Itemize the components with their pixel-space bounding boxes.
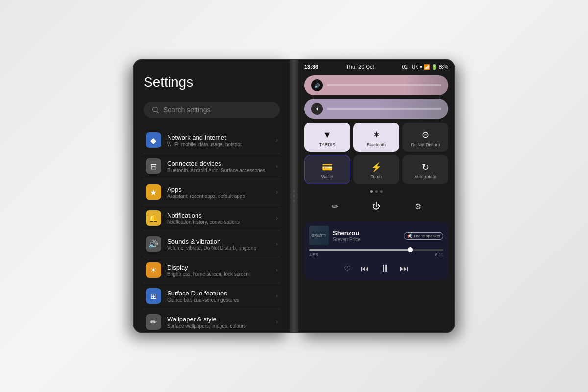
album-art: GRAVITY	[309, 226, 329, 245]
progress-bar[interactable]: 4:55 6:11	[304, 249, 448, 259]
network-chevron: ›	[276, 137, 278, 144]
volume-slider[interactable]: 🔊	[304, 75, 448, 95]
total-time: 6:11	[435, 252, 443, 257]
sounds-subtitle: Volume, vibrate, Do Not Disturb, rington…	[167, 245, 276, 251]
brightness-slider[interactable]: ✦	[304, 99, 448, 119]
tile-wallet[interactable]: 💳 Wallet	[304, 155, 350, 184]
settings-item-sounds[interactable]: 🔊 Sounds & vibration Volume, vibrate, Do…	[144, 231, 280, 257]
settings-screen: Settings Search settings ◆ Network and I…	[134, 60, 290, 332]
search-placeholder: Search settings	[163, 106, 211, 114]
autorotate-tile-label: Auto-rotate	[415, 174, 437, 179]
bottom-actions: ✏ ⏻ ⚙	[304, 195, 448, 218]
prev-button[interactable]: ⏮	[361, 264, 369, 274]
sounds-title: Sounds & vibration	[167, 238, 276, 245]
pause-button[interactable]: ⏸	[379, 262, 390, 275]
settings-item-notifications[interactable]: 🔔 Notifications Notification history, co…	[144, 205, 280, 231]
settings-title: Settings	[144, 74, 280, 90]
dual-phone: Settings Search settings ◆ Network and I…	[133, 59, 455, 333]
carrier-label: 02 · UK	[402, 64, 418, 70]
music-controls: ♡ ⏮ ⏸ ⏭	[304, 259, 448, 280]
music-artist: Steven Price	[333, 237, 400, 242]
settings-item-display[interactable]: ☀ Display Brightness, home screen, lock …	[144, 257, 280, 283]
dot-1	[370, 190, 373, 193]
settings-button[interactable]: ⚙	[409, 197, 427, 215]
wallpaper-subtitle: Surface wallpapers, images, colours	[167, 323, 276, 329]
dnd-tile-icon: ⊖	[422, 129, 429, 140]
volume-icon: 🔊	[311, 79, 323, 91]
hinge-dot	[293, 195, 295, 197]
status-right: 02 · UK ▾ 📶 🔋 88%	[402, 64, 448, 70]
tiles-grid: ▼ TARDIS ✶ Bluetooth ⊖ Do Not Disturb 💳 …	[304, 122, 448, 184]
status-bar: 13:36 Thu, 20 Oct 02 · UK ▾ 📶 🔋 88%	[298, 60, 454, 72]
autorotate-tile-icon: ↻	[422, 162, 429, 172]
music-title: Shenzou	[333, 229, 400, 237]
tile-torch[interactable]: ⚡ Torch	[353, 155, 399, 184]
settings-item-network[interactable]: ◆ Network and Internet Wi-Fi, mobile, da…	[144, 127, 280, 153]
music-info: Shenzou Steven Price	[333, 229, 400, 242]
album-label: GRAVITY	[312, 234, 326, 238]
connected-chevron: ›	[276, 163, 278, 170]
wallet-tile-label: Wallet	[321, 174, 334, 179]
music-header: GRAVITY Shenzou Steven Price 📢 Phone spe…	[304, 222, 448, 249]
heart-button[interactable]: ♡	[344, 264, 351, 273]
network-icon: ◆	[146, 132, 161, 148]
power-button[interactable]: ⏻	[368, 197, 385, 215]
scene: Settings Search settings ◆ Network and I…	[133, 59, 455, 333]
wallet-tile-icon: 💳	[322, 162, 333, 172]
display-icon: ☀	[146, 262, 161, 278]
tile-dnd[interactable]: ⊖ Do Not Disturb	[402, 122, 448, 152]
speaker-label: Phone speaker	[414, 234, 440, 238]
bluetooth-tile-icon: ✶	[373, 129, 380, 140]
progress-thumb	[408, 247, 413, 252]
tile-bluetooth[interactable]: ✶ Bluetooth	[353, 122, 399, 152]
notifications-chevron: ›	[276, 215, 278, 221]
wallpaper-chevron: ›	[276, 318, 278, 325]
time-row: 4:55 6:11	[309, 252, 443, 257]
display-title: Display	[167, 264, 276, 271]
wallpaper-title: Wallpaper & style	[167, 316, 276, 323]
wifi-tile-label: TARDIS	[319, 142, 335, 147]
edit-button[interactable]: ✏	[326, 197, 343, 215]
display-subtitle: Brightness, home screen, lock screen	[167, 271, 276, 277]
settings-list: ◆ Network and Internet Wi-Fi, mobile, da…	[144, 127, 280, 332]
notifications-icon: 🔔	[146, 210, 161, 226]
svg-point-0	[153, 107, 157, 112]
apps-chevron: ›	[276, 189, 278, 196]
tile-wifi[interactable]: ▼ TARDIS	[304, 122, 350, 152]
torch-tile-icon: ⚡	[371, 162, 382, 172]
status-date: Thu, 20 Oct	[346, 64, 374, 70]
status-time: 13:36	[304, 64, 318, 70]
current-time: 4:55	[309, 252, 318, 257]
sounds-chevron: ›	[276, 241, 278, 247]
phone-speaker-badge[interactable]: 📢 Phone speaker	[404, 232, 443, 240]
right-phone: 13:36 Thu, 20 Oct 02 · UK ▾ 📶 🔋 88% 🔊	[298, 59, 455, 333]
quick-settings-screen: 13:36 Thu, 20 Oct 02 · UK ▾ 📶 🔋 88% 🔊	[298, 60, 454, 332]
display-chevron: ›	[276, 267, 278, 273]
hinge-dot	[293, 200, 295, 202]
connected-icon: ⊟	[146, 158, 161, 174]
sounds-icon: 🔊	[146, 236, 161, 252]
settings-item-apps[interactable]: ★ Apps Assistant, recent apps, default a…	[144, 179, 280, 205]
progress-track	[309, 249, 443, 251]
network-subtitle: Wi-Fi, mobile, data usage, hotspot	[167, 142, 276, 147]
tile-autorotate[interactable]: ↻ Auto-rotate	[402, 155, 448, 184]
next-button[interactable]: ⏭	[400, 264, 409, 274]
search-icon	[151, 106, 159, 114]
signal-icon: 📶	[424, 64, 430, 70]
settings-item-connected[interactable]: ⊟ Connected devices Bluetooth, Android A…	[144, 153, 280, 179]
battery-level: 88%	[439, 64, 448, 70]
search-bar[interactable]: Search settings	[144, 102, 280, 118]
connected-subtitle: Bluetooth, Android Auto, Surface accesso…	[167, 168, 276, 173]
wallpaper-icon: ✏	[146, 314, 161, 330]
brightness-icon: ✦	[311, 103, 323, 115]
settings-item-surface[interactable]: ⊞ Surface Duo features Glance bar, dual-…	[144, 283, 280, 309]
torch-tile-label: Torch	[371, 174, 382, 179]
notifications-title: Notifications	[167, 212, 276, 219]
settings-item-wallpaper[interactable]: ✏ Wallpaper & style Surface wallpapers, …	[144, 309, 280, 332]
battery-icon: 🔋	[431, 64, 437, 70]
apps-icon: ★	[146, 184, 161, 200]
left-phone: Settings Search settings ◆ Network and I…	[133, 59, 290, 333]
hinge-dot	[293, 190, 295, 192]
surface-icon: ⊞	[146, 288, 161, 304]
dot-2	[375, 190, 378, 193]
